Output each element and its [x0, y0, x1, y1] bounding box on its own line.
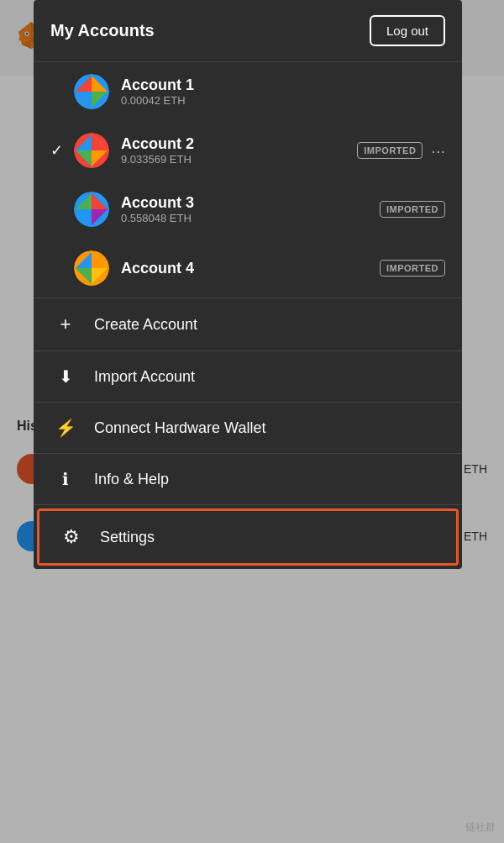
account-item-2[interactable]: ✓ Account 2 9.033569 ETH IMPORTED ··· — [34, 121, 462, 180]
account-avatar-2 — [74, 133, 109, 168]
account-info-2: Account 2 9.033569 ETH — [121, 135, 349, 166]
account-avatar-1 — [74, 74, 109, 109]
account-item-3[interactable]: Account 3 0.558048 ETH IMPORTED — [34, 180, 462, 239]
account-avatar-3 — [74, 192, 109, 227]
create-account-label: Create Account — [94, 316, 197, 334]
account-name-1: Account 1 — [121, 76, 445, 94]
account-info-3: Account 3 0.558048 ETH — [121, 194, 371, 224]
account-balance-3: 0.558048 ETH — [121, 212, 371, 224]
settings-item[interactable]: ⚙ Settings — [37, 508, 459, 566]
account-avatar-4 — [74, 250, 109, 286]
account-name-3: Account 3 — [121, 194, 371, 212]
import-account-label: Import Account — [94, 368, 195, 386]
check-mark-3 — [50, 201, 67, 219]
account-item-1[interactable]: Account 1 0.00042 ETH — [34, 62, 462, 121]
import-account-item[interactable]: ⬇ Import Account — [34, 351, 462, 403]
create-account-item[interactable]: + Create Account — [34, 298, 462, 351]
usb-icon: ⚡ — [50, 418, 81, 438]
info-icon: ℹ — [50, 469, 81, 489]
logout-button[interactable]: Log out — [370, 15, 445, 46]
account-info-1: Account 1 0.00042 ETH — [121, 76, 445, 107]
imported-badge-3: IMPORTED — [380, 201, 445, 218]
info-help-label: Info & Help — [94, 471, 169, 488]
account-dots-2[interactable]: ··· — [431, 141, 445, 161]
account-balance-1: 0.00042 ETH — [121, 94, 445, 107]
imported-badge-4: IMPORTED — [380, 260, 445, 277]
account-info-4: Account 4 — [121, 260, 371, 277]
connect-hardware-label: Connect Hardware Wallet — [94, 419, 265, 437]
panel-title: My Accounts — [50, 21, 155, 40]
connect-hardware-item[interactable]: ⚡ Connect Hardware Wallet — [34, 403, 462, 454]
plus-icon: + — [50, 313, 81, 335]
account-balance-2: 9.033569 ETH — [121, 153, 349, 166]
panel-header: My Accounts Log out — [34, 0, 462, 62]
check-mark-4 — [50, 260, 67, 277]
check-mark-2: ✓ — [50, 141, 67, 160]
settings-label: Settings — [100, 529, 155, 546]
account-name-2: Account 2 — [121, 135, 349, 153]
imported-badge-2: IMPORTED — [357, 142, 423, 159]
account-name-4: Account 4 — [121, 260, 371, 277]
gear-icon: ⚙ — [56, 526, 87, 548]
account-item-4[interactable]: Account 4 IMPORTED — [34, 239, 462, 298]
import-icon: ⬇ — [50, 366, 81, 387]
check-mark-1 — [50, 83, 67, 101]
info-help-item[interactable]: ℹ Info & Help — [34, 454, 462, 505]
accounts-panel: My Accounts Log out Account 1 0.00042 ET… — [34, 0, 462, 569]
accounts-list: Account 1 0.00042 ETH ✓ Account 2 9.0335… — [34, 62, 462, 298]
